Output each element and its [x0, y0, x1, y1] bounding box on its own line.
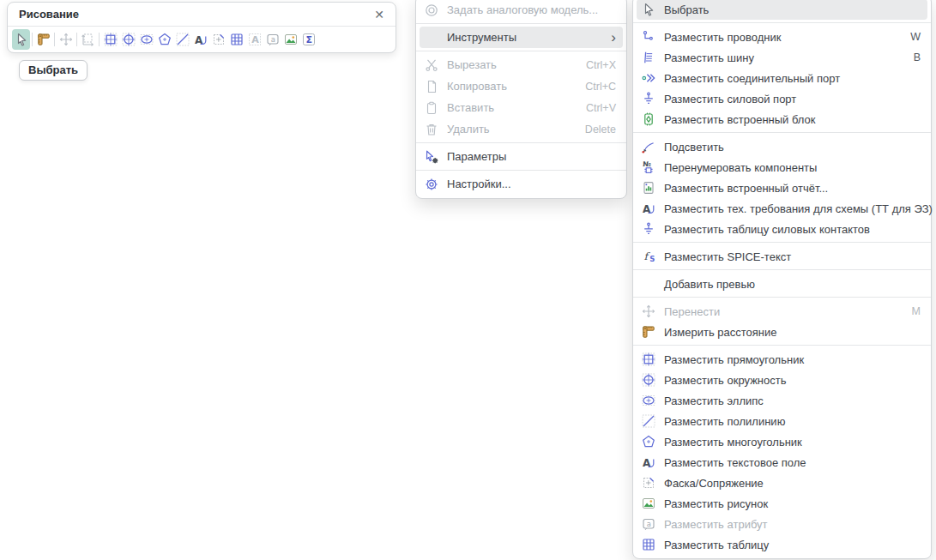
menu-item-place-rectangle[interactable]: Разместить прямоугольник: [633, 349, 931, 370]
menu-item-copy: КопироватьCtrl+C: [416, 75, 626, 97]
menu-item-label: Инструменты: [447, 31, 604, 44]
menu-item-renumber-components[interactable]: №Перенумеровать компоненты: [633, 157, 931, 178]
chamfer-icon: [211, 32, 226, 47]
toolbar-separator: [54, 33, 55, 46]
gear-icon: [423, 177, 440, 192]
circle-icon: [121, 32, 136, 47]
tool-place-picture-button[interactable]: [281, 29, 299, 50]
attribute-icon: a: [265, 32, 281, 47]
svg-text:a: a: [270, 35, 275, 44]
copy-icon: [423, 79, 440, 94]
menu-item-place-embedded-block[interactable]: Разместить встроенный блок: [633, 109, 931, 129]
tool-select-button[interactable]: [12, 29, 30, 50]
bus-icon: [640, 50, 657, 65]
spice-icon: fS: [640, 249, 657, 264]
conn-port-icon: [640, 70, 657, 86]
context-menu: Задать аналоговую модель...Инструменты›В…: [415, 0, 627, 199]
menu-item-place-spice-text[interactable]: fSРазместить SPICE-текст: [633, 246, 931, 267]
block-icon: [640, 111, 657, 127]
menu-item-label: Удалить: [447, 123, 575, 135]
move-icon: [640, 304, 657, 319]
menu-item-label: Выбрать: [664, 3, 921, 16]
menu-item-label: Задать аналоговую модель...: [447, 3, 616, 16]
circle-icon: [640, 372, 657, 388]
menu-item-parameters[interactable]: Параметры: [416, 146, 626, 167]
tool-place-attribute-button: a: [263, 29, 281, 50]
menu-separator: [633, 297, 931, 298]
tool-measure-distance-button[interactable]: [34, 29, 52, 50]
menu-item-label: Измерить расстояние: [664, 326, 921, 339]
spiral-icon: [423, 3, 440, 18]
shortcut-label: Delete: [585, 123, 616, 135]
tool-place-polyline-button[interactable]: [173, 29, 191, 50]
menu-item-place-table[interactable]: Разместить таблицу: [633, 534, 931, 555]
tool-place-rectangle-button[interactable]: [101, 29, 119, 50]
tool-place-text-field-button[interactable]: A: [191, 29, 209, 50]
tool-place-table-button[interactable]: [227, 29, 245, 50]
menu-separator: [416, 170, 626, 171]
svg-text:S: S: [649, 255, 655, 263]
menu-item-place-power-port[interactable]: Разместить силовой порт: [633, 88, 931, 109]
menu-item-place-tech-requirements[interactable]: AРазместить тех. требования для схемы (Т…: [633, 198, 931, 219]
picture-icon: [640, 496, 657, 511]
close-icon[interactable]: ✕: [374, 9, 384, 21]
menu-item-place-embedded-report[interactable]: Разместить встроенный отчёт...: [633, 178, 931, 198]
tool-place-polygon-button[interactable]: [155, 29, 173, 50]
menu-item-label: Разместить SPICE-текст: [664, 250, 921, 263]
menu-item-label: Разместить силовой порт: [664, 93, 921, 105]
toolbar-separator: [99, 33, 100, 46]
menu-separator: [633, 345, 931, 346]
power-port-icon: [640, 91, 657, 106]
menu-item-place-wire[interactable]: Разместить проводникW: [633, 27, 931, 47]
tool-place-ellipse-button[interactable]: [137, 29, 155, 50]
menu-item-paste: ВставитьCtrl+V: [416, 97, 626, 118]
tools-submenu: ВыбратьРазместить проводникWРазместить ш…: [632, 0, 932, 559]
menu-item-label: Разместить шину: [664, 51, 903, 64]
menu-item-place-power-contacts-table[interactable]: Разместить таблицу силовых контактов: [633, 219, 931, 239]
menu-item-place-connection-port[interactable]: Разместить соединительный порт: [633, 68, 931, 88]
svg-text:a: a: [647, 520, 651, 528]
menu-item-highlight[interactable]: Подсветить: [633, 136, 931, 157]
menu-item-place-bus[interactable]: Разместить шинуB: [633, 47, 931, 68]
svg-text:A: A: [251, 34, 259, 45]
menu-item-chamfer-fillet[interactable]: Фаска/Сопряжение: [633, 473, 931, 493]
power-port-icon: [640, 221, 657, 237]
menu-item-add-preview[interactable]: Добавить превью: [633, 274, 931, 294]
attribute-icon: a: [640, 516, 657, 532]
panel-title-bar[interactable]: Рисование ✕: [8, 3, 396, 27]
menu-item-select[interactable]: Выбрать: [637, 0, 927, 20]
tool-sigma-button[interactable]: Σ: [299, 29, 317, 50]
text-a-icon: A: [247, 32, 263, 47]
scissors-icon: [423, 57, 440, 73]
menu-item-tools[interactable]: Инструменты›: [420, 27, 623, 48]
tool-move-button: [57, 29, 75, 50]
menu-item-label: Разместить соединительный порт: [664, 72, 921, 85]
wire-icon: [640, 29, 657, 45]
menu-item-place-text-field[interactable]: AРазместить текстовое поле: [633, 452, 931, 473]
shortcut-label: Ctrl+V: [586, 102, 616, 114]
menu-separator: [633, 22, 931, 23]
menu-item-label: Разместить окружность: [664, 374, 921, 387]
menu-item-place-polygon[interactable]: Разместить многоугольник: [633, 431, 931, 452]
tool-transform-button: [79, 29, 97, 50]
menu-item-move: ПеренестиM: [633, 301, 931, 322]
tool-place-circle-button[interactable]: [119, 29, 137, 50]
menu-separator: [633, 242, 931, 243]
cursor-icon: [640, 2, 657, 17]
menu-item-label: Разместить встроенный блок: [664, 113, 921, 126]
menu-item-settings[interactable]: Настройки...: [416, 173, 626, 195]
trash-icon: [423, 122, 440, 137]
menu-item-place-circle[interactable]: Разместить окружность: [633, 370, 931, 390]
menu-item-label: Разместить встроенный отчёт...: [664, 182, 921, 195]
menu-item-label: Разместить атрибут: [664, 518, 921, 531]
panel-title: Рисование: [19, 8, 374, 21]
tool-place-text-button: A: [245, 29, 263, 50]
tool-chamfer-fillet-button[interactable]: [209, 29, 227, 50]
text-field-icon: A: [193, 32, 208, 47]
menu-item-measure-distance[interactable]: Измерить расстояние: [633, 322, 931, 342]
menu-item-place-picture[interactable]: Разместить рисунок: [633, 493, 931, 514]
menu-item-place-polyline[interactable]: Разместить полилинию: [633, 411, 931, 431]
menu-item-place-ellipse[interactable]: Разместить эллипс: [633, 390, 931, 411]
pentagon-icon: [640, 434, 657, 449]
shortcut-label: W: [910, 31, 921, 43]
